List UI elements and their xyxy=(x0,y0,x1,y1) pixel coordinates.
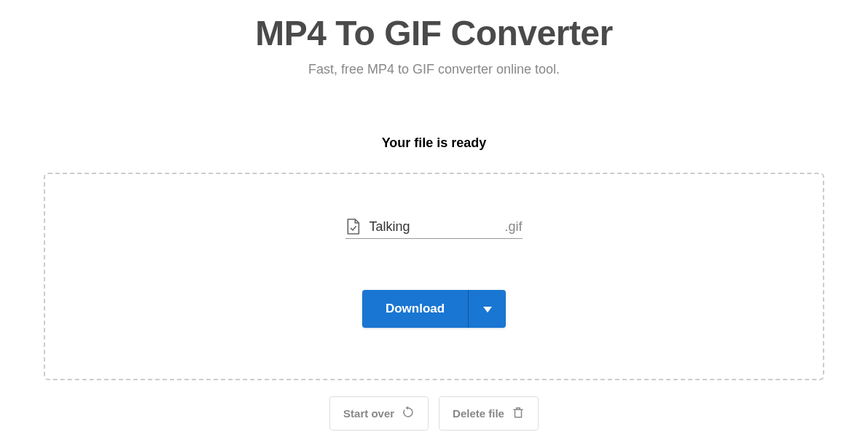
download-dropdown-button[interactable] xyxy=(468,290,506,328)
status-message: Your file is ready xyxy=(0,135,868,151)
page-title: MP4 To GIF Converter xyxy=(0,13,868,53)
actions-row: Start over Delete file xyxy=(0,396,868,431)
download-button[interactable]: Download xyxy=(362,290,468,328)
filename-input[interactable] xyxy=(369,219,500,235)
file-drop-area: .gif Download xyxy=(44,173,824,380)
file-check-icon xyxy=(345,218,360,235)
page-subtitle: Fast, free MP4 to GIF converter online t… xyxy=(0,62,868,77)
caret-down-icon xyxy=(483,304,492,315)
file-extension: .gif xyxy=(500,219,522,235)
delete-file-label: Delete file xyxy=(453,407,504,420)
download-button-group: Download xyxy=(362,290,506,328)
start-over-label: Start over xyxy=(343,407,394,420)
filename-row: .gif xyxy=(345,218,522,239)
delete-file-button[interactable]: Delete file xyxy=(439,396,539,431)
refresh-icon xyxy=(402,406,415,421)
trash-icon xyxy=(512,406,525,421)
start-over-button[interactable]: Start over xyxy=(329,396,429,431)
